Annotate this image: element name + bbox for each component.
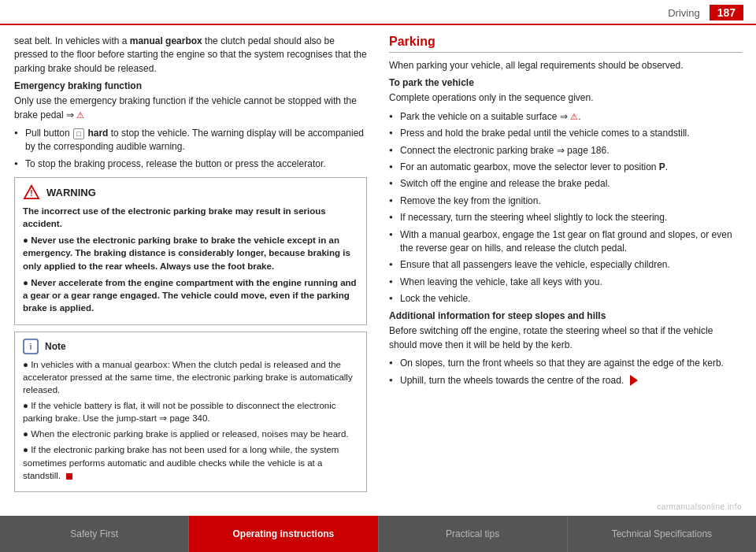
bold-text: manual gearbox [130,35,202,46]
parking-bullets: Park the vehicle on a suitable surface ⇒… [389,110,742,306]
tab-practical-tips-label: Practical tips [446,528,499,539]
parking-bullet-2: Press and hold the brake pedal until the… [389,127,742,140]
tab-safety-first[interactable]: Safety First [0,516,189,552]
emergency-heading: Emergency braking function [14,80,367,91]
warning-intro-bold: The incorrect use of the electronic park… [23,206,326,228]
header: Driving 187 [0,0,756,25]
tab-safety-first-label: Safety First [70,528,118,539]
note-point-4: ● If the electronic parking brake has no… [23,443,358,481]
hard-label: hard [87,128,108,139]
parking-bullet-3: Connect the electronic parking brake ⇒ p… [389,144,742,157]
warning-box: ! WARNING The incorrect use of the elect… [14,177,367,325]
additional-text: Before switching off the engine, rotate … [389,324,742,352]
right-column: Parking When parking your vehicle, all l… [389,35,742,494]
note-box: i Note ● In vehicles with a manual gearb… [14,332,367,492]
emergency-bullets: Pull button □ hard to stop the vehicle. … [14,127,367,171]
note-point-3: ● When the electronic parking brake is a… [23,428,358,440]
never-label-2: Never accelerate from the engine compart… [23,278,357,313]
parking-bullet-8: With a manual gearbox, engage the 1st ge… [389,228,742,256]
to-park-sub: Complete operations only in the sequence… [389,91,742,105]
additional-bullet-1: On slopes, turn the front wheels so that… [389,357,742,370]
warning-point-2: ● Never accelerate from the engine compa… [23,276,358,314]
additional-bullets: On slopes, turn the front wheels so that… [389,357,742,387]
warning-label: WARNING [46,187,96,198]
additional-bullet-2: Uphill, turn the wheels towards the cent… [389,374,742,387]
tab-operating-instructions-label: Operating instructions [233,528,335,539]
emergency-text: Only use the emergency braking function … [14,94,367,122]
parking-intro: When parking your vehicle, all legal req… [389,59,742,72]
warning-symbol: ⚠ [76,110,84,120]
parking-bullet-6: Remove the key from the ignition. [389,194,742,208]
intro-paragraph: seat belt. In vehicles with a manual gea… [14,35,367,76]
never-label-1: Never use the electronic parking brake t… [23,235,350,270]
button-icon: □ [73,128,84,139]
parking-bullet-9: Ensure that all passengers leave the veh… [389,258,742,272]
tab-technical-specifications-label: Technical Specifications [612,528,712,539]
to-park-heading: To park the vehicle [389,77,742,88]
left-column: seat belt. In vehicles with a manual gea… [14,35,367,494]
parking-bullet-10: When leaving the vehicle, take all keys … [389,276,742,289]
bullet-item: To stop the braking process, release the… [14,157,367,171]
parking-bullet-11: Lock the vehicle. [389,292,742,306]
footer-tabs: Safety First Operating instructions Prac… [0,516,756,552]
warning-symbol-2: ⚠ [570,112,578,121]
page-number: 187 [710,5,743,20]
svg-text:!: ! [30,190,32,198]
warning-point-1: ● Never use the electronic parking brake… [23,234,358,272]
warning-triangle-icon: ! [23,184,40,200]
warning-intro: The incorrect use of the electronic park… [23,205,358,230]
end-marker [66,473,72,480]
warning-header: ! WARNING [23,184,358,200]
parking-bullet-4: For an automatic gearbox, move the selec… [389,161,742,174]
main-content: seat belt. In vehicles with a manual gea… [0,25,756,502]
note-header: i Note [23,339,358,354]
tab-operating-instructions[interactable]: Operating instructions [189,516,378,552]
parking-bullet-1: Park the vehicle on a suitable surface ⇒… [389,110,742,124]
tab-technical-specifications[interactable]: Technical Specifications [568,516,756,552]
bold-p: P [659,161,665,172]
arrow-end-marker [630,375,638,386]
parking-bullet-7: If necessary, turn the steering wheel sl… [389,211,742,224]
additional-heading: Additional information for steep slopes … [389,310,742,321]
parking-heading: Parking [389,35,742,53]
parking-bullet-5: Switch off the engine and release the br… [389,177,742,191]
note-info-icon: i [23,339,39,354]
note-point-1: ● In vehicles with a manual gearbox: Whe… [23,358,358,396]
watermark: carmanualsonline.info [657,502,742,511]
section-title: Driving [668,7,699,19]
note-point-2: ● If the vehicle battery is flat, it wil… [23,399,358,424]
tab-practical-tips[interactable]: Practical tips [379,516,568,552]
bullet-item: Pull button □ hard to stop the vehicle. … [14,127,367,154]
svg-text:i: i [29,342,32,351]
note-label: Note [45,341,66,352]
